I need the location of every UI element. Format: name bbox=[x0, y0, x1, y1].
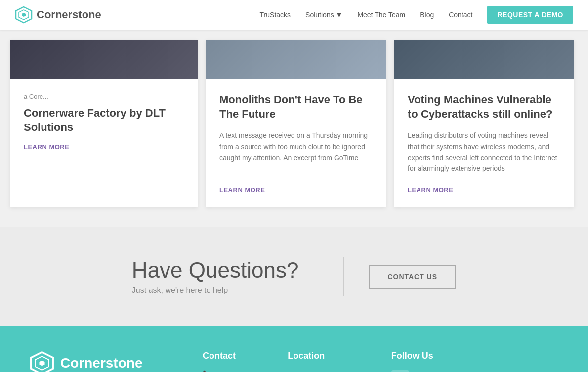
footer-top-wrapper: Cornerstone Contact 📞 919-373-2152 Locat… bbox=[30, 351, 558, 372]
card-3-body: Voting Machines Vulnerable to Cyberattac… bbox=[394, 79, 574, 207]
navigation: Cornerstone TruStacks Solutions ▼ Meet T… bbox=[0, 0, 588, 30]
card-2-learn-more[interactable]: LEARN MORE bbox=[219, 186, 372, 194]
questions-divider bbox=[343, 257, 344, 296]
card-1: a Core... Cornerware Factory by DLT Solu… bbox=[10, 40, 198, 207]
card-1-pre-text: a Core... bbox=[24, 93, 184, 100]
card-3-title: Voting Machines Vulnerable to Cyberattac… bbox=[408, 93, 560, 121]
questions-title: Have Questions? bbox=[132, 258, 299, 282]
footer-logo-text: Cornerstone bbox=[60, 355, 142, 371]
solutions-label: Solutions bbox=[305, 11, 334, 19]
nav-logo-text: Cornerstone bbox=[37, 8, 101, 21]
footer-logo-icon bbox=[30, 351, 54, 372]
svg-marker-5 bbox=[39, 360, 44, 366]
card-3-learn-more[interactable]: LEARN MORE bbox=[408, 186, 560, 194]
nav-contact[interactable]: Contact bbox=[449, 11, 472, 19]
card-1-learn-more[interactable]: LEARN MORE bbox=[24, 143, 184, 151]
footer-top: Cornerstone Contact 📞 919-373-2152 Locat… bbox=[30, 351, 558, 372]
card-3: Voting Machines Vulnerable to Cyberattac… bbox=[394, 40, 574, 207]
questions-left: Have Questions? Just ask, we're here to … bbox=[132, 258, 319, 295]
card-2-image bbox=[206, 40, 386, 79]
footer-logo: Cornerstone bbox=[30, 351, 203, 372]
cards-section: a Core... Cornerware Factory by DLT Solu… bbox=[0, 30, 588, 227]
nav-links: TruStacks Solutions ▼ Meet The Team Blog… bbox=[260, 6, 573, 24]
linkedin-icon[interactable]: in bbox=[391, 370, 409, 372]
phone-icon: 📞 bbox=[203, 370, 211, 372]
card-2: Monoliths Don't Have To Be The Future A … bbox=[206, 40, 386, 207]
svg-marker-2 bbox=[22, 13, 26, 17]
card-1-body: a Core... Cornerware Factory by DLT Solu… bbox=[10, 79, 198, 207]
footer-location-col: Location 525 South White Street Suite 20… bbox=[288, 351, 362, 372]
cornerstone-logo-icon bbox=[15, 6, 33, 24]
card-2-body: Monoliths Don't Have To Be The Future A … bbox=[206, 79, 386, 207]
solutions-caret: ▼ bbox=[336, 11, 343, 19]
card-1-title: Cornerware Factory by DLT Solutions bbox=[24, 106, 184, 134]
footer-address-line1: 525 South White Street bbox=[288, 370, 362, 372]
footer-phone: 📞 919-373-2152 bbox=[203, 370, 258, 372]
card-2-title: Monoliths Don't Have To Be The Future bbox=[219, 93, 372, 121]
questions-subtitle: Just ask, we're here to help bbox=[132, 286, 299, 295]
cards-row: a Core... Cornerware Factory by DLT Solu… bbox=[10, 40, 578, 207]
footer-contact-heading: Contact bbox=[203, 351, 258, 361]
nav-trustacks[interactable]: TruStacks bbox=[260, 11, 291, 19]
nav-solutions[interactable]: Solutions ▼ bbox=[305, 11, 342, 19]
footer-follow-col: Follow Us in bbox=[391, 351, 433, 372]
footer-phone-number: 919-373-2152 bbox=[215, 370, 258, 372]
page-wrapper: a Core... Cornerware Factory by DLT Solu… bbox=[0, 0, 588, 372]
card-1-image bbox=[10, 40, 198, 79]
request-demo-button[interactable]: REQUEST A DEMO bbox=[487, 6, 573, 24]
nav-meet-the-team[interactable]: Meet The Team bbox=[357, 11, 405, 19]
footer-columns: Contact 📞 919-373-2152 Location 525 Sout… bbox=[203, 351, 558, 372]
contact-us-button[interactable]: CONTACT US bbox=[369, 265, 456, 289]
card-3-image bbox=[394, 40, 574, 79]
footer-logo-col: Cornerstone bbox=[30, 351, 203, 372]
footer-follow-heading: Follow Us bbox=[391, 351, 433, 361]
nav-blog[interactable]: Blog bbox=[420, 11, 434, 19]
card-2-text: A text message received on a Thursday mo… bbox=[219, 130, 372, 174]
footer-contact-col: Contact 📞 919-373-2152 bbox=[203, 351, 258, 372]
footer: Cornerstone Contact 📞 919-373-2152 Locat… bbox=[0, 326, 588, 372]
nav-logo[interactable]: Cornerstone bbox=[15, 6, 101, 24]
footer-location-heading: Location bbox=[288, 351, 362, 361]
questions-section: Have Questions? Just ask, we're here to … bbox=[0, 227, 588, 326]
card-3-text: Leading distributors of voting machines … bbox=[408, 130, 560, 174]
